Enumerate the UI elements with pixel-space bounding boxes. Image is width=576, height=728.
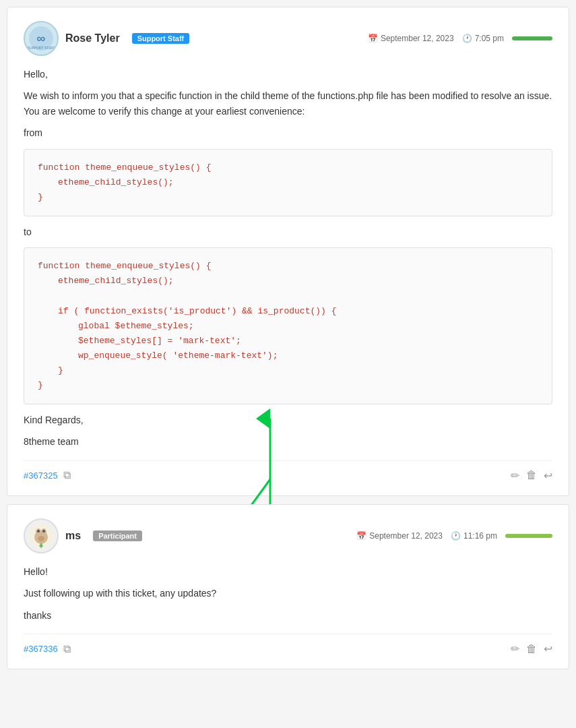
time-text-1: 7:05 pm — [475, 34, 504, 43]
message-body-1: Hello, We wish to inform you that a spec… — [24, 67, 552, 450]
support-staff-badge: Support Staff — [132, 33, 190, 44]
edit-icon-2[interactable]: ✏ — [511, 642, 519, 655]
message-author-1: ∞ SUPPORT STAFF Rose Tyler Support Staff — [24, 21, 189, 56]
participant-badge: Participant — [93, 530, 142, 541]
edit-icon-1[interactable]: ✏ — [511, 469, 519, 482]
calendar-icon-1: 📅 — [368, 34, 378, 43]
message-card-2: ms Participant 📅 September 12, 2023 🕐 11… — [7, 504, 569, 669]
footer-left-2: #367336 ⧉ — [24, 643, 71, 655]
code-line-to-7: wp_enqueue_style( 'etheme-mark-text'); — [38, 348, 538, 363]
clock-icon-1: 🕐 — [462, 34, 472, 43]
intro-text-1: We wish to inform you that a specific fu… — [24, 88, 552, 119]
footer-actions-1: ✏ 🗑 ↩ — [511, 469, 552, 482]
message-meta-1: 📅 September 12, 2023 🕐 7:05 pm — [368, 34, 552, 43]
team-name-1: 8theme team — [24, 434, 552, 449]
code-block-from: function theme_enqueue_styles() { etheme… — [24, 149, 552, 216]
calendar-icon-2: 📅 — [356, 531, 366, 541]
delete-icon-2[interactable]: 🗑 — [526, 643, 537, 655]
status-dot-2 — [505, 534, 552, 538]
avatar-icon-ms — [28, 522, 55, 549]
avatar-rose: ∞ SUPPORT STAFF — [24, 21, 59, 56]
code-line-to-1: function theme_enqueue_styles() { — [38, 259, 538, 274]
reply-icon-2[interactable]: ↩ — [544, 642, 552, 655]
greeting-1: Hello, — [24, 67, 552, 82]
date-text-2: September 12, 2023 — [369, 531, 443, 541]
code-block-to: function theme_enqueue_styles() { etheme… — [24, 247, 552, 404]
code-line-from-2: etheme_child_styles(); — [38, 175, 538, 190]
copy-icon-1[interactable]: ⧉ — [63, 469, 71, 481]
meta-date-2: 📅 September 12, 2023 — [356, 531, 443, 541]
meta-time-1: 🕐 7:05 pm — [462, 34, 504, 43]
code-line-to-4: if ( function_exists('is_product') && is… — [38, 304, 538, 319]
delete-icon-1[interactable]: 🗑 — [526, 469, 537, 481]
code-line-to-8: } — [38, 363, 538, 378]
footer-left-1: #367325 ⧉ — [24, 469, 71, 481]
page-wrapper: ∞ SUPPORT STAFF Rose Tyler Support Staff… — [0, 0, 576, 684]
svg-text:∞: ∞ — [37, 32, 46, 45]
ticket-ref-link-2[interactable]: #367336 — [24, 644, 58, 654]
author-name-1: Rose Tyler — [65, 32, 120, 44]
code-line-to-3 — [38, 289, 538, 303]
code-line-from-3: } — [38, 190, 538, 205]
message-header-1: ∞ SUPPORT STAFF Rose Tyler Support Staff… — [24, 21, 552, 56]
status-dot-1 — [512, 36, 552, 40]
sign-off-1: Kind Regards, — [24, 413, 552, 427]
author-name-2: ms — [65, 530, 81, 542]
sign-off-2: thanks — [24, 608, 552, 623]
meta-date-1: 📅 September 12, 2023 — [368, 34, 454, 43]
message-card-1: ∞ SUPPORT STAFF Rose Tyler Support Staff… — [7, 7, 569, 496]
message-header-2: ms Participant 📅 September 12, 2023 🕐 11… — [24, 518, 552, 553]
clock-icon-2: 🕐 — [451, 531, 461, 541]
date-text-1: September 12, 2023 — [381, 34, 454, 43]
code-line-to-2: etheme_child_styles(); — [38, 274, 538, 289]
meta-time-2: 🕐 11:16 pm — [451, 531, 497, 541]
message-author-2: ms Participant — [24, 518, 142, 553]
svg-text:SUPPORT STAFF: SUPPORT STAFF — [28, 46, 55, 50]
avatar-icon-rose: ∞ SUPPORT STAFF — [28, 25, 55, 52]
svg-point-13 — [38, 536, 44, 541]
copy-icon-2[interactable]: ⧉ — [63, 643, 71, 655]
ticket-ref-link-1[interactable]: #367325 — [24, 471, 58, 481]
message-body-2: Hello! Just following up with this ticke… — [24, 564, 552, 623]
follow-up-text: Just following up with this ticket, any … — [24, 586, 552, 601]
footer-actions-2: ✏ 🗑 ↩ — [511, 642, 552, 655]
to-label: to — [24, 224, 552, 239]
code-line-to-6: $etheme_styles[] = 'mark-text'; — [38, 334, 538, 348]
from-label: from — [24, 125, 552, 140]
code-line-to-9: } — [38, 378, 538, 393]
avatar-ms — [24, 518, 59, 553]
message-meta-2: 📅 September 12, 2023 🕐 11:16 pm — [356, 531, 552, 541]
message-footer-2: #367336 ⧉ ✏ 🗑 ↩ — [24, 634, 552, 655]
code-line-to-5: global $etheme_styles; — [38, 319, 538, 334]
reply-icon-1[interactable]: ↩ — [544, 469, 552, 482]
svg-point-12 — [42, 530, 45, 533]
message-footer-1: #367325 ⧉ ✏ 🗑 ↩ — [24, 460, 552, 482]
code-line-from-1: function theme_enqueue_styles() { — [38, 160, 538, 175]
time-text-2: 11:16 pm — [463, 531, 497, 541]
greeting-2: Hello! — [24, 564, 552, 579]
svg-point-11 — [37, 530, 40, 533]
